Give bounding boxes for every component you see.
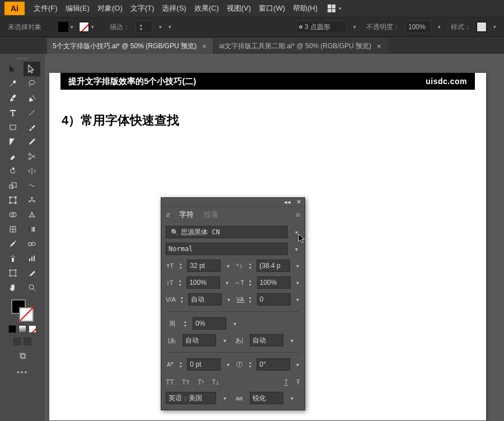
stepper[interactable]: ▴▾	[183, 320, 188, 327]
stepper[interactable]: ▴▾	[249, 279, 253, 286]
chevron-down-icon[interactable]: ▾	[225, 280, 230, 286]
direct-selection-tool[interactable]	[24, 62, 40, 76]
pencil-tool[interactable]	[24, 135, 40, 149]
color-mode-solid[interactable]	[8, 325, 16, 333]
menu-window[interactable]: 窗口(W)	[259, 3, 285, 13]
stepper[interactable]: ▴▾	[180, 295, 184, 303]
menu-type[interactable]: 文字(T)	[130, 3, 155, 13]
shaper-tool[interactable]	[4, 135, 21, 149]
chevron-down-icon[interactable]: ▾	[493, 24, 496, 30]
brush-tool[interactable]	[24, 120, 40, 135]
magic-wand-tool[interactable]	[4, 76, 21, 91]
curvature-tool[interactable]	[24, 91, 40, 105]
font-size-input[interactable]: 32 pt	[187, 260, 221, 272]
pen-tool[interactable]	[4, 91, 21, 105]
chevron-down-icon[interactable]: ▾	[295, 263, 300, 269]
stepper[interactable]: ▴▾	[179, 279, 183, 286]
zoom-tool[interactable]	[24, 280, 40, 295]
tab-paragraph[interactable]: 段落	[203, 208, 220, 221]
edit-toolbar-icon[interactable]: •••	[17, 368, 29, 377]
tab-doc-a[interactable]: 5个文字排版小技巧.ai* @ 50% (RGB/GPU 预览) ×	[47, 38, 213, 54]
kerning-input[interactable]: 自动	[188, 293, 222, 306]
scale-tool[interactable]	[4, 178, 21, 193]
canvas[interactable]: 提升文字排版效率的5个小技巧(二) uisdc.com 4）常用字体快速查找 ◂…	[45, 54, 504, 421]
chevron-down-icon[interactable]: ▾	[231, 321, 239, 327]
artboard-tool[interactable]	[4, 266, 21, 280]
chevron-down-icon[interactable]: ▾	[288, 395, 296, 401]
font-style-input[interactable]: Normal	[166, 243, 288, 255]
opacity-input[interactable]: 100%	[405, 21, 431, 33]
chevron-down-icon[interactable]: ▾	[221, 395, 228, 401]
screen-mode-tool[interactable]: ⧉	[20, 351, 26, 360]
hand-tool[interactable]	[4, 280, 21, 295]
lasso-tool[interactable]	[24, 76, 40, 91]
chevron-down-icon[interactable]: ▾	[71, 24, 73, 30]
menu-object[interactable]: 对象(O)	[97, 3, 123, 13]
link-icon[interactable]: ⇵	[166, 212, 170, 218]
close-icon[interactable]: ✕	[296, 198, 301, 206]
stepper[interactable]: ▴▾	[248, 262, 252, 270]
draw-behind-icon[interactable]	[24, 337, 31, 345]
allcaps-button[interactable]: TT	[166, 378, 174, 386]
baseline-pct-input[interactable]: 0%	[193, 317, 226, 330]
symbol-sprayer-tool[interactable]	[4, 251, 21, 266]
workspace-switcher[interactable]: ▾	[328, 4, 342, 12]
line-tool[interactable]	[24, 105, 40, 120]
stroke-weight-input[interactable]: ▴▾	[136, 21, 152, 33]
stroke-swatch[interactable]	[79, 22, 89, 32]
eraser-tool[interactable]	[4, 149, 21, 164]
hscale-input[interactable]: 100%	[257, 276, 291, 289]
subscript-button[interactable]: T₁	[212, 378, 218, 386]
perspective-tool[interactable]	[24, 207, 40, 222]
stepper[interactable]: ▴▾	[179, 262, 183, 270]
stepper[interactable]: ▴▾	[248, 360, 252, 368]
chevron-down-icon[interactable]: ▾	[292, 246, 300, 252]
rect-tool[interactable]	[4, 120, 21, 135]
vscale-input[interactable]: 100%	[186, 276, 220, 289]
language-select[interactable]: 英语：美国	[166, 392, 216, 404]
menu-edit[interactable]: 编辑(E)	[66, 3, 90, 13]
menu-view[interactable]: 视图(V)	[227, 3, 251, 13]
stepper[interactable]: ▴▾	[249, 295, 253, 303]
chevron-down-icon[interactable]: ▾	[295, 280, 300, 286]
selection-tool[interactable]	[4, 62, 21, 76]
antialias-select[interactable]: 锐化	[250, 392, 283, 404]
graph-tool[interactable]	[24, 251, 40, 266]
draw-normal-icon[interactable]	[13, 337, 21, 345]
blend-tool[interactable]	[24, 237, 40, 251]
chevron-down-icon[interactable]: ▾	[159, 24, 162, 30]
baseline-shift-input[interactable]: 0 pt	[187, 358, 221, 371]
chevron-down-icon[interactable]: ▾	[225, 263, 231, 269]
smallcaps-button[interactable]: Tᴛ	[182, 378, 190, 386]
panel-menu-icon[interactable]: ≡	[296, 210, 300, 219]
stroke-panel-icon[interactable]: ▾	[169, 24, 171, 30]
shape-builder-tool[interactable]	[4, 207, 21, 222]
panel-collapse-icon[interactable]: ◂◂	[284, 198, 291, 206]
strikethrough-button[interactable]: Ŧ	[296, 378, 300, 386]
chevron-down-icon[interactable]: ▾	[353, 24, 356, 30]
reflect-tool[interactable]	[24, 164, 40, 178]
chevron-down-icon[interactable]: ▾	[91, 24, 94, 30]
chevron-down-icon[interactable]: ▾	[292, 229, 300, 235]
tab-character[interactable]: 字符	[178, 208, 195, 221]
free-transform-tool[interactable]	[4, 193, 21, 207]
puppet-tool[interactable]	[24, 193, 40, 207]
fill-swatch[interactable]	[58, 22, 68, 32]
menu-file[interactable]: 文件(F)	[34, 3, 58, 13]
chevron-down-icon[interactable]: ▾	[288, 337, 296, 344]
style-swatch[interactable]	[477, 22, 487, 32]
char-rotation-input[interactable]: 0°	[256, 358, 290, 371]
menu-select[interactable]: 选择(S)	[162, 3, 186, 13]
width-tool[interactable]	[24, 178, 40, 193]
tracking-input[interactable]: 0	[257, 293, 291, 306]
leading-input[interactable]: (38.4 p	[256, 260, 290, 272]
chevron-down-icon[interactable]: ▾	[225, 362, 231, 368]
close-icon[interactable]: ×	[377, 42, 381, 50]
scissors-tool[interactable]	[24, 149, 40, 164]
chevron-down-icon[interactable]: ▾	[295, 362, 300, 368]
type-tool[interactable]	[4, 105, 21, 120]
panel-grip[interactable]	[0, 56, 45, 61]
brush-preset[interactable]: 3 点圆形	[296, 21, 347, 33]
chevron-down-icon[interactable]: ▾	[438, 24, 441, 30]
mesh-tool[interactable]	[4, 222, 21, 237]
